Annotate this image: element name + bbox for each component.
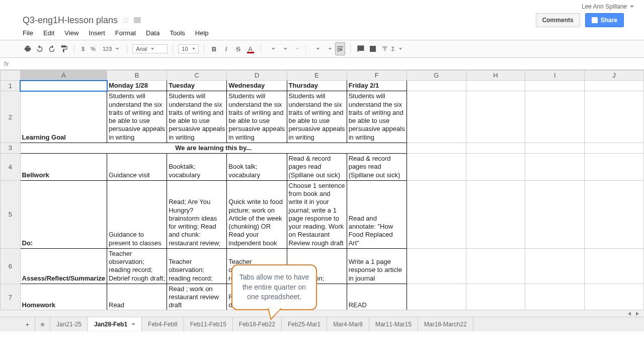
row-head-6[interactable]: 6 — [1, 248, 21, 284]
formula-input[interactable] — [19, 60, 644, 67]
horizontal-scroll-strip[interactable] — [0, 310, 644, 317]
cell-D4[interactable]: Book talk; vocabulary — [227, 154, 287, 181]
font-size-select[interactable]: 10 — [178, 44, 198, 53]
col-head-B[interactable]: B — [107, 71, 167, 81]
cell-H5[interactable] — [466, 180, 525, 248]
cell-J1[interactable] — [585, 81, 644, 91]
currency-button[interactable]: $ — [79, 46, 87, 52]
menu-data[interactable]: Data — [146, 29, 159, 37]
cell-C2[interactable]: Students will understand the six traits … — [167, 91, 227, 143]
row-head-5[interactable]: 5 — [1, 180, 21, 248]
cell-C5[interactable]: Read; Are You Hungry? brainstorm ideas f… — [167, 180, 227, 248]
sheet-tab[interactable]: Jan28-Feb1 — [88, 317, 142, 331]
sheet-tab[interactable]: Mar18-March22 — [418, 317, 473, 331]
cell-F4[interactable]: Read & record pages read (Spillane out s… — [347, 154, 407, 181]
sheet-area[interactable]: ABCDEFGHIJ1Monday 1/28TuesdayWednesdayTh… — [0, 70, 644, 310]
font-select[interactable]: Arial — [132, 44, 168, 53]
bold-icon[interactable]: B — [209, 42, 219, 55]
col-head-G[interactable]: G — [407, 71, 466, 81]
doc-title[interactable]: Q3-eng1H-lesson plans — [23, 15, 118, 26]
cell-B7[interactable]: Read — [107, 284, 167, 310]
add-sheet-button[interactable]: + — [20, 317, 35, 331]
cell[interactable] — [407, 143, 466, 153]
cell-D5[interactable]: Quick write to food picture; work on Art… — [227, 180, 287, 248]
cell-H4[interactable] — [466, 154, 525, 181]
scroll-left-icon[interactable] — [626, 310, 633, 317]
select-all-corner[interactable] — [1, 71, 21, 81]
col-head-F[interactable]: F — [347, 71, 407, 81]
menu-insert[interactable]: Insert — [89, 29, 105, 37]
cell-E4[interactable]: Read & record pages read (Spillane out s… — [287, 154, 347, 181]
cell-merged-3[interactable]: We are learning this by... — [20, 143, 407, 153]
row-head-2[interactable]: 2 — [1, 91, 21, 143]
cell-J6[interactable] — [585, 248, 644, 284]
percent-button[interactable]: % — [89, 46, 98, 52]
text-color-icon[interactable]: A — [246, 42, 256, 55]
sheet-tab[interactable]: Feb25-Mar1 — [282, 317, 327, 331]
cell-J7[interactable] — [585, 284, 644, 310]
cell-I1[interactable] — [525, 81, 585, 91]
cell-C4[interactable]: Booktalk; vocabulary — [167, 154, 227, 181]
row-head-7[interactable]: 7 — [1, 284, 21, 310]
sheet-tab[interactable]: Mar11-Mar15 — [369, 317, 418, 331]
cell-G7[interactable] — [407, 284, 466, 310]
cell-E2[interactable]: Students will understand the six traits … — [287, 91, 347, 143]
functions-icon[interactable]: Σ — [392, 42, 402, 55]
user-menu[interactable]: Lee Ann Spillane — [582, 3, 634, 10]
col-head-H[interactable]: H — [466, 71, 525, 81]
filter-icon[interactable] — [380, 42, 390, 55]
cell-E5[interactable]: Choose 1 sentence from book and write it… — [287, 180, 347, 248]
sheet-tab[interactable]: Jan21-25 — [50, 317, 88, 331]
cell-G2[interactable] — [407, 91, 466, 143]
italic-icon[interactable]: I — [221, 42, 231, 55]
star-icon[interactable]: ☆ — [122, 15, 130, 26]
sheet-tab[interactable]: Feb11-Feb15 — [184, 317, 233, 331]
cell-H6[interactable] — [466, 248, 525, 284]
print-icon[interactable] — [23, 42, 33, 55]
cell[interactable] — [585, 143, 644, 153]
cell[interactable] — [525, 143, 585, 153]
comments-button[interactable]: Comments — [536, 13, 580, 27]
cell-H7[interactable] — [466, 284, 525, 310]
cell-D2[interactable]: Students will understand the six traits … — [227, 91, 287, 143]
col-head-D[interactable]: D — [227, 71, 287, 81]
col-head-J[interactable]: J — [585, 71, 644, 81]
cell-I2[interactable] — [525, 91, 585, 143]
row-head-4[interactable]: 4 — [1, 154, 21, 181]
col-head-A[interactable]: A — [20, 71, 107, 81]
cell-I5[interactable] — [525, 180, 585, 248]
cell-F5[interactable]: Read and annotate: "How Food Replaced Ar… — [347, 180, 407, 248]
wrap-text-icon[interactable] — [335, 42, 345, 55]
cell-B6[interactable]: Teacher observation; reading record; Deb… — [107, 248, 167, 284]
v-align-icon[interactable] — [323, 42, 333, 55]
cell-A7[interactable]: Homework — [20, 284, 107, 310]
cell-D1[interactable]: Wednesday — [227, 81, 287, 91]
undo-icon[interactable] — [35, 42, 45, 55]
cell-C6[interactable]: Teacher observation; reading record; — [167, 248, 227, 284]
cell-A5[interactable]: Do: — [20, 180, 107, 248]
insert-comment-icon[interactable] — [356, 42, 366, 55]
cell-F2[interactable]: Students will understand the six traits … — [347, 91, 407, 143]
cell-J4[interactable] — [585, 154, 644, 181]
menu-file[interactable]: File — [23, 29, 33, 37]
cell-J2[interactable] — [585, 91, 644, 143]
cell-A1[interactable] — [20, 81, 107, 91]
col-head-I[interactable]: I — [525, 71, 585, 81]
menu-view[interactable]: View — [64, 29, 78, 37]
cell-E1[interactable]: Thursday — [287, 81, 347, 91]
scroll-right-icon[interactable] — [634, 310, 641, 317]
strikethrough-icon[interactable]: S — [233, 42, 244, 55]
all-sheets-button[interactable]: ≡ — [35, 317, 50, 331]
row-head-3[interactable]: 3 — [1, 143, 21, 153]
menu-edit[interactable]: Edit — [43, 29, 54, 37]
cell-I6[interactable] — [525, 248, 585, 284]
cell-J5[interactable] — [585, 180, 644, 248]
cell[interactable] — [466, 143, 525, 153]
cell-C7[interactable]: Read ; work on restaurant review draft — [167, 284, 227, 310]
paint-format-icon[interactable] — [59, 42, 69, 55]
cell-A4[interactable]: Bellwork — [20, 154, 107, 181]
cell-I7[interactable] — [525, 284, 585, 310]
redo-icon[interactable] — [47, 42, 57, 55]
cell-G4[interactable] — [407, 154, 466, 181]
sheet-tab[interactable]: Mar4-Mar8 — [327, 317, 369, 331]
